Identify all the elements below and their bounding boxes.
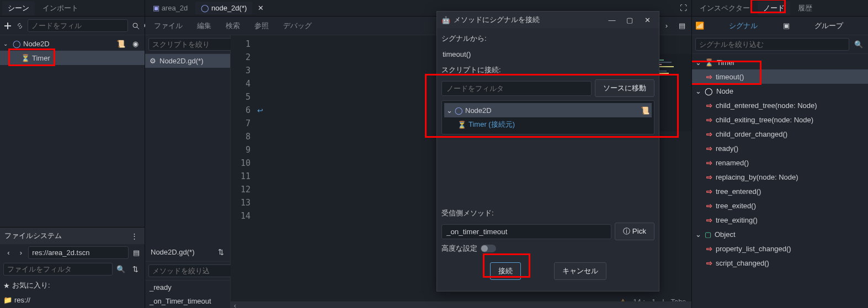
fs-res-root[interactable]: 📁 res:// bbox=[0, 293, 145, 307]
signal-item[interactable]: ⇨tree_entered() bbox=[692, 184, 868, 198]
menu-edit[interactable]: 編集 bbox=[191, 19, 217, 33]
signal-icon: ⇨ bbox=[706, 159, 712, 167]
cancel-button[interactable]: キャンセル bbox=[554, 262, 606, 280]
pick-button[interactable]: ⓘ Pick bbox=[615, 223, 654, 240]
sort-icon[interactable]: ⇅ bbox=[215, 246, 227, 258]
close-tab-icon[interactable]: ✕ bbox=[254, 2, 267, 14]
node2d-icon: ◯ bbox=[201, 4, 209, 12]
search-icon[interactable] bbox=[131, 20, 140, 32]
tab-node[interactable]: ノード bbox=[758, 1, 790, 15]
script-list-item[interactable]: ⚙ Node2D.gd(*) bbox=[145, 54, 230, 68]
tab-history[interactable]: 履歴 bbox=[792, 1, 818, 15]
signal-item[interactable]: ⇨tree_exited() bbox=[692, 198, 868, 213]
method-item[interactable]: _on_Timer_timeout bbox=[145, 294, 230, 308]
fullscreen-icon[interactable]: ⛶ bbox=[677, 2, 689, 14]
menu-search[interactable]: 検索 bbox=[220, 19, 246, 33]
signal-item[interactable]: ⇨child_order_changed() bbox=[692, 127, 868, 141]
godot-icon: 🤖 bbox=[441, 16, 450, 24]
search-icon[interactable]: 🔍 bbox=[115, 263, 127, 275]
scene-node-root[interactable]: ⌄ ◯ Node2D 📜 ◉ bbox=[0, 36, 145, 51]
scene-node-timer[interactable]: ⏳ Timer bbox=[0, 51, 145, 65]
visibility-icon[interactable]: ◉ bbox=[129, 37, 141, 50]
object-icon: ▢ bbox=[705, 230, 711, 239]
dialog-node-tree: ⌄ ◯ Node2D 📜 ⏳ Timer (接続元) bbox=[441, 100, 654, 134]
minimize-icon[interactable]: — bbox=[605, 16, 619, 24]
signal-class-timer[interactable]: ⌄ ⏳ Timer bbox=[692, 55, 868, 69]
signal-icon: ⇨ bbox=[706, 101, 712, 110]
signal-class-node[interactable]: ⌄ ◯ Node bbox=[692, 84, 868, 98]
signal-icon: ⇨ bbox=[706, 130, 712, 138]
advanced-toggle[interactable] bbox=[481, 245, 496, 252]
script-indicator-icon: 📜 bbox=[641, 106, 649, 115]
tab-area2d[interactable]: ▣ area_2d bbox=[147, 2, 193, 14]
signal-item[interactable]: ⇨replacing_by(node: Node) bbox=[692, 170, 868, 184]
signal-from-value: timeout() bbox=[441, 48, 654, 61]
dialog-tree-timer[interactable]: ⏳ Timer (接続元) bbox=[444, 117, 652, 132]
timer-icon: ⏳ bbox=[21, 53, 30, 62]
signal-icon: ⇨ bbox=[706, 259, 712, 267]
fs-collapse-icon[interactable]: ⋮ bbox=[128, 230, 140, 242]
folder-icon: 📁 bbox=[3, 296, 12, 304]
signals-tree: ⌄ ⏳ Timer ⇨ timeout() ⌄ ◯ Node ⇨child_en… bbox=[692, 54, 868, 308]
svg-point-0 bbox=[133, 23, 137, 28]
fs-view-icon[interactable]: ▤ bbox=[131, 246, 141, 258]
scene-tree: ⌄ ◯ Node2D 📜 ◉ ⏳ Timer bbox=[0, 35, 145, 227]
go-to-source-button[interactable]: ソースに移動 bbox=[595, 79, 654, 97]
fold-arrow-icon[interactable]: ↩ bbox=[257, 106, 263, 115]
signal-item[interactable]: ⇨property_list_changed() bbox=[692, 241, 868, 256]
nav-fwd-icon[interactable]: › bbox=[16, 246, 26, 258]
signal-item[interactable]: ⇨child_entered_tree(node: Node) bbox=[692, 98, 868, 112]
rss-icon: 📶 bbox=[695, 21, 704, 30]
fs-sort-icon[interactable]: ⇅ bbox=[129, 263, 141, 275]
scene-filter-input[interactable] bbox=[28, 19, 128, 32]
pick-icon: ⓘ bbox=[623, 227, 630, 235]
tab-inspector[interactable]: インスペクター bbox=[694, 1, 755, 15]
nav-back-icon[interactable]: ‹ bbox=[3, 246, 14, 258]
signal-icon: ⇨ bbox=[706, 144, 712, 153]
maximize-icon[interactable]: ▢ bbox=[622, 16, 637, 24]
nav-fwd-icon[interactable]: › bbox=[661, 20, 673, 32]
signal-icon: ⇨ bbox=[706, 202, 712, 210]
dialog-tree-node2d[interactable]: ⌄ ◯ Node2D 📜 bbox=[444, 103, 652, 117]
signal-icon: ⇨ bbox=[706, 245, 712, 253]
tab-import[interactable]: インポート bbox=[37, 1, 84, 15]
filesystem-header: ファイルシステム ⋮ bbox=[0, 228, 145, 244]
signal-item[interactable]: ⇨script_changed() bbox=[692, 256, 868, 270]
close-icon[interactable]: ✕ bbox=[640, 16, 654, 24]
subtab-signals[interactable]: シグナル bbox=[707, 21, 780, 31]
menu-debug[interactable]: デバッグ bbox=[278, 19, 317, 33]
tab-scene[interactable]: シーン bbox=[2, 1, 35, 15]
signal-filter-input[interactable] bbox=[695, 38, 849, 51]
signal-class-object[interactable]: ⌄ ▢ Object bbox=[692, 227, 868, 241]
signal-timeout[interactable]: ⇨ timeout() bbox=[692, 69, 868, 84]
signal-item[interactable]: ⇨ready() bbox=[692, 141, 868, 155]
scene-tabbar: シーン インポート bbox=[0, 0, 145, 17]
tab-node2d[interactable]: ◯ node_2d(*) bbox=[195, 2, 252, 14]
signal-icon: ⇨ bbox=[706, 116, 712, 124]
method-item[interactable]: _ready bbox=[145, 280, 230, 294]
link-icon[interactable] bbox=[15, 20, 24, 32]
dialog-node-filter[interactable] bbox=[441, 81, 592, 96]
script-panel-icon[interactable]: ▤ bbox=[676, 20, 688, 32]
script-indicator-icon[interactable]: 📜 bbox=[115, 37, 127, 50]
fs-path-input[interactable] bbox=[28, 246, 129, 259]
menu-goto[interactable]: 参照 bbox=[249, 19, 274, 33]
h-scrollbar[interactable]: ‹ bbox=[231, 301, 691, 308]
signal-item[interactable]: ⇨child_exiting_tree(node: Node) bbox=[692, 112, 868, 127]
fs-favorites[interactable]: ★ お気に入り: bbox=[0, 278, 145, 293]
signal-icon: ⇨ bbox=[706, 187, 712, 196]
subtab-groups[interactable]: グループ bbox=[793, 21, 865, 31]
connect-button[interactable]: 接続 bbox=[490, 262, 521, 280]
signal-item[interactable]: ⇨tree_exiting() bbox=[692, 213, 868, 227]
scene-toolbar: ⚙ ⋮ bbox=[0, 17, 145, 35]
current-script-label: Node2D.gd(*) bbox=[148, 248, 211, 256]
node2d-icon: ◯ bbox=[12, 39, 21, 48]
fs-filter-input[interactable] bbox=[3, 263, 113, 275]
search-icon[interactable]: 🔍 bbox=[853, 39, 865, 51]
menu-file[interactable]: ファイル bbox=[148, 19, 188, 33]
node-label: Timer bbox=[32, 54, 50, 62]
add-node-icon[interactable] bbox=[3, 20, 12, 32]
signal-item[interactable]: ⇨renamed() bbox=[692, 155, 868, 170]
signal-icon: ⇨ bbox=[706, 73, 712, 81]
receiver-method-input[interactable] bbox=[441, 224, 611, 239]
